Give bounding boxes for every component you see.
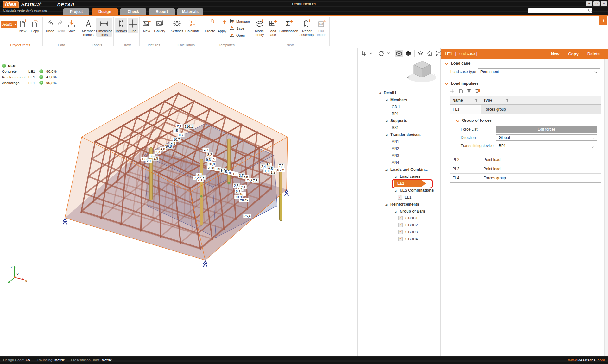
wireframe-view-button[interactable]	[395, 50, 403, 57]
new-load-case-button[interactable]: Load case	[267, 18, 278, 37]
tree-item[interactable]: GB3D4	[358, 236, 440, 243]
tree-item[interactable]: Supports	[358, 117, 440, 124]
tree-item[interactable]: GB3D3	[358, 229, 440, 236]
new-picture-button[interactable]: New	[141, 18, 152, 33]
tree-item[interactable]: AN2	[358, 145, 440, 152]
column-header-name[interactable]: Name	[450, 96, 481, 104]
filter-icon[interactable]	[474, 98, 478, 102]
ribbon-tab[interactable]: Report	[149, 8, 175, 15]
tree-expander-icon[interactable]	[385, 120, 390, 122]
tree-item[interactable]: Members	[358, 96, 440, 103]
delete-impulse-button[interactable]	[466, 88, 472, 94]
filter-icon[interactable]	[505, 98, 509, 102]
tree-item[interactable]: ULS Combinations	[358, 187, 440, 194]
tree-item[interactable]: AN1	[358, 138, 440, 145]
tree-checkbox[interactable]	[398, 230, 403, 234]
tree-checkbox[interactable]	[398, 237, 403, 241]
ribbon-tab[interactable]: Design	[92, 8, 118, 15]
tree-item[interactable]: AN4	[358, 159, 440, 166]
load-case-type-select[interactable]: Permanent	[478, 68, 600, 75]
table-row[interactable]: FL4 Forces group	[450, 174, 601, 182]
tree-item[interactable]: LE1	[358, 180, 440, 187]
view-cube-gizmo[interactable]	[404, 59, 440, 86]
rotate-view-button[interactable]	[377, 50, 385, 57]
tree-item[interactable]: CB 1	[358, 103, 440, 110]
member-names-toggle[interactable]: Member names	[81, 18, 96, 37]
dimension-lines-toggle[interactable]: Dimension lines	[96, 18, 112, 37]
scrollbar-track[interactable]	[604, 59, 608, 356]
crop-dropdown-chevron[interactable]	[369, 50, 373, 57]
ribbon-tab[interactable]: Check	[120, 8, 146, 15]
tree-item[interactable]: GB3D2	[358, 222, 440, 229]
delete-all-impulses-button[interactable]	[475, 88, 480, 94]
tree-item[interactable]: Group of Bars	[358, 208, 440, 215]
new-rebar-assembly-button[interactable]: Rebar assembly	[299, 18, 315, 37]
new-project-item-button[interactable]: New	[17, 18, 28, 33]
save-button[interactable]: Save	[66, 18, 77, 33]
3d-viewport[interactable]: Z Y X 2,1216,1150,710,79,320,84,82,33,62…	[0, 48, 358, 356]
solid-view-button[interactable]	[404, 50, 412, 57]
load-impulses-section-header[interactable]: Load impulses	[445, 81, 479, 86]
tree-item[interactable]: Load cases	[358, 173, 440, 180]
table-row[interactable]: PL2 Point load	[450, 155, 601, 164]
close-button[interactable]: ×	[601, 1, 607, 6]
section-view-button[interactable]	[416, 50, 425, 57]
template-manager-button[interactable]: Manager	[229, 18, 250, 24]
minimize-button[interactable]: –	[586, 1, 592, 6]
tree-item[interactable]: BP1	[358, 110, 440, 117]
new-model-entity-button[interactable]: Model entity	[253, 18, 266, 37]
template-apply-button[interactable]: Apply	[217, 18, 227, 33]
group-of-forces-header[interactable]: Group of forces	[450, 116, 601, 125]
crop-tool-button[interactable]	[359, 50, 368, 57]
column-header-type[interactable]: Type	[481, 96, 512, 104]
search-input[interactable]	[528, 8, 588, 13]
tree-expander-icon[interactable]	[385, 133, 390, 136]
status-bar-setting[interactable]: Presentation Units:Metric	[71, 358, 112, 362]
delete-load-case-header-button[interactable]: Delete	[587, 52, 600, 56]
template-open-button[interactable]: Open	[229, 32, 245, 38]
copy-project-item-button[interactable]: Copy	[29, 18, 41, 33]
tree-expander-icon[interactable]	[395, 210, 400, 213]
tree-checkbox[interactable]	[398, 216, 403, 220]
tree-expander-icon[interactable]	[379, 92, 384, 95]
tree-item[interactable]: Loads and Combin...	[358, 166, 440, 173]
rebars-toggle[interactable]: Rebars	[115, 18, 127, 33]
home-view-button[interactable]	[426, 50, 434, 57]
table-row[interactable]: PL3 Point load	[450, 164, 601, 174]
grid-toggle[interactable]: Grid	[128, 18, 138, 33]
status-bar-setting[interactable]: Rounding:Metric	[37, 358, 65, 362]
info-button[interactable]: i	[599, 16, 607, 25]
tree-item[interactable]: Detail1	[358, 89, 440, 96]
copy-load-case-header-button[interactable]: Copy	[568, 52, 579, 56]
maximize-button[interactable]: □	[593, 1, 600, 6]
dxf-import-button[interactable]: DXF DXF Import	[315, 18, 328, 37]
redo-button[interactable]: Redo	[56, 18, 66, 33]
tree-item[interactable]: GB3D1	[358, 215, 440, 222]
tree-checkbox[interactable]	[398, 223, 403, 227]
tree-item[interactable]: Reinforcements	[358, 201, 440, 208]
edit-forces-button[interactable]: Edit forces	[496, 126, 597, 133]
load-case-section-header[interactable]: Load case	[445, 61, 470, 65]
settings-button[interactable]: Settings	[170, 18, 184, 33]
new-load-case-header-button[interactable]: New	[551, 52, 560, 56]
ribbon-tab[interactable]: Project	[63, 8, 89, 15]
tree-item[interactable]: LE1	[358, 194, 440, 201]
tree-item[interactable]: AN3	[358, 152, 440, 159]
search-box[interactable]	[528, 8, 592, 13]
transmitting-device-select[interactable]: BP1	[496, 143, 597, 149]
ribbon-tab[interactable]: Materials	[177, 8, 203, 15]
website-link[interactable]: www.ideastatica .com	[568, 358, 605, 362]
tree-expander-icon[interactable]	[385, 203, 390, 206]
tree-checkbox[interactable]	[398, 195, 402, 200]
detail-selector[interactable]: Detail1	[1, 21, 17, 28]
gallery-button[interactable]: Gallery	[153, 18, 167, 33]
tree-expander-icon[interactable]	[395, 175, 400, 178]
status-bar-setting[interactable]: Design Code:EN	[3, 358, 30, 362]
table-row-selected[interactable]: FL1 Forces group	[450, 105, 601, 114]
calculate-button[interactable]: Calculate	[184, 18, 201, 33]
tree-expander-icon[interactable]	[385, 99, 390, 102]
rotate-dropdown-chevron[interactable]	[386, 50, 391, 57]
undo-button[interactable]: Undo	[45, 18, 55, 33]
new-combination-button[interactable]: Σ Combination	[279, 18, 298, 33]
add-impulse-button[interactable]	[449, 88, 455, 94]
